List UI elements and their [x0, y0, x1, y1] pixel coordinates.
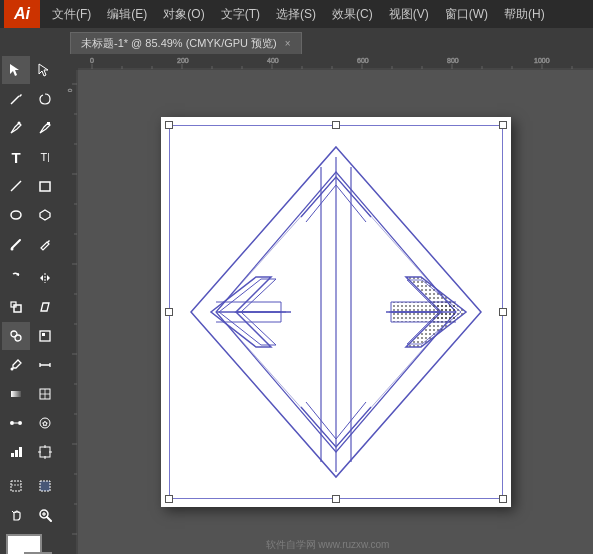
- tool-row-eyedrop: [2, 351, 60, 379]
- magic-wand-tool[interactable]: [2, 85, 30, 113]
- eyedropper-tool[interactable]: [2, 351, 30, 379]
- svg-rect-25: [11, 391, 21, 397]
- artboard[interactable]: [161, 117, 511, 507]
- slice-select-tool[interactable]: [31, 472, 59, 500]
- svg-marker-14: [47, 275, 50, 281]
- lasso-tool[interactable]: [31, 85, 59, 113]
- svg-rect-42: [11, 481, 21, 491]
- svg-marker-13: [40, 275, 43, 281]
- mesh-tool[interactable]: [31, 380, 59, 408]
- graph-tool[interactable]: [2, 438, 30, 466]
- shape-builder-tool[interactable]: [2, 322, 30, 350]
- svg-line-104: [216, 312, 336, 447]
- hand-tool[interactable]: [2, 501, 30, 529]
- svg-point-10: [11, 248, 14, 251]
- tab-label: 未标题-1* @ 85.49% (CMYK/GPU 预览): [81, 36, 277, 51]
- menu-bar: Ai 文件(F) 编辑(E) 对象(O) 文字(T) 选择(S) 效果(C) 视…: [0, 0, 593, 28]
- svg-text:200: 200: [177, 57, 189, 64]
- active-tab[interactable]: 未标题-1* @ 85.49% (CMYK/GPU 预览) ×: [70, 32, 302, 54]
- menu-edit[interactable]: 编辑(E): [99, 2, 155, 27]
- swatch-container: [6, 534, 62, 554]
- tool-row-2: [2, 85, 60, 113]
- svg-text:1000: 1000: [534, 57, 550, 64]
- svg-marker-9: [40, 210, 50, 220]
- color-section: ⇄: [2, 530, 60, 554]
- gradient-tool[interactable]: [2, 380, 30, 408]
- ruler-left: 0: [62, 54, 78, 554]
- menu-window[interactable]: 窗口(W): [437, 2, 496, 27]
- zoom-tool[interactable]: [31, 501, 59, 529]
- main-layout: T T|: [0, 54, 593, 554]
- app-logo: Ai: [4, 0, 40, 28]
- anchor-tool[interactable]: [31, 114, 59, 142]
- menu-select[interactable]: 选择(S): [268, 2, 324, 27]
- brush-tool[interactable]: [2, 230, 30, 258]
- svg-rect-75: [62, 54, 78, 554]
- tool-row-graph: [2, 438, 60, 466]
- tool-row-transform: [2, 264, 60, 292]
- svg-rect-44: [40, 481, 50, 491]
- tab-close-button[interactable]: ×: [285, 38, 291, 49]
- tool-row-1: [2, 56, 60, 84]
- svg-point-18: [15, 335, 21, 341]
- tab-bar: 未标题-1* @ 85.49% (CMYK/GPU 预览) ×: [0, 28, 593, 54]
- svg-line-6: [11, 181, 21, 191]
- pen-tool[interactable]: [2, 114, 30, 142]
- live-paint-tool[interactable]: [31, 322, 59, 350]
- line-tool[interactable]: [2, 172, 30, 200]
- svg-point-8: [11, 211, 21, 219]
- foreground-color[interactable]: [6, 534, 42, 554]
- svg-rect-34: [11, 453, 14, 457]
- svg-line-102: [216, 177, 336, 312]
- svg-point-30: [18, 421, 22, 425]
- svg-line-47: [47, 517, 51, 521]
- tool-row-slice: [2, 472, 60, 500]
- svg-rect-50: [62, 54, 593, 70]
- menu-file[interactable]: 文件(F): [44, 2, 99, 27]
- blend-tool[interactable]: [2, 409, 30, 437]
- tool-row-scale: [2, 293, 60, 321]
- svg-point-29: [10, 421, 14, 425]
- menu-text[interactable]: 文字(T): [213, 2, 268, 27]
- svg-rect-15: [14, 305, 21, 312]
- tool-row-brush: [2, 230, 60, 258]
- menu-object[interactable]: 对象(O): [155, 2, 212, 27]
- select-tool[interactable]: [2, 56, 30, 84]
- tool-row-pen: [2, 114, 60, 142]
- artwork: [161, 117, 511, 507]
- svg-line-45: [12, 511, 14, 513]
- measure-tool[interactable]: [31, 351, 59, 379]
- type-vertical-tool[interactable]: T|: [31, 143, 59, 171]
- tool-row-shapes: [2, 201, 60, 229]
- svg-rect-5: [47, 122, 50, 125]
- tool-row-type: T T|: [2, 143, 60, 171]
- svg-rect-20: [42, 333, 45, 336]
- direct-select-tool[interactable]: [31, 56, 59, 84]
- artboard-tool[interactable]: [31, 438, 59, 466]
- svg-line-101: [336, 177, 456, 312]
- scale-tool[interactable]: [2, 293, 30, 321]
- type-tool[interactable]: T: [2, 143, 30, 171]
- symbol-tool[interactable]: ✿: [31, 409, 59, 437]
- rect-tool[interactable]: [31, 172, 59, 200]
- menu-view[interactable]: 视图(V): [381, 2, 437, 27]
- menu-effect[interactable]: 效果(C): [324, 2, 381, 27]
- shear-tool[interactable]: [31, 293, 59, 321]
- svg-text:400: 400: [267, 57, 279, 64]
- tool-row-blend: ✿: [2, 409, 60, 437]
- canvas-area[interactable]: 0 200 400 600 800 1000: [62, 54, 593, 554]
- pencil-tool[interactable]: [31, 230, 59, 258]
- menu-help[interactable]: 帮助(H): [496, 2, 553, 27]
- svg-text:600: 600: [357, 57, 369, 64]
- ellipse-tool[interactable]: [2, 201, 30, 229]
- tool-row-gradient: [2, 380, 60, 408]
- svg-rect-35: [15, 450, 18, 457]
- ruler-top: 0 200 400 600 800 1000: [62, 54, 593, 70]
- svg-text:✿: ✿: [42, 420, 48, 427]
- rotate-tool[interactable]: [2, 264, 30, 292]
- reflect-tool[interactable]: [31, 264, 59, 292]
- svg-point-21: [11, 368, 14, 371]
- svg-rect-36: [19, 447, 22, 457]
- polygon-tool[interactable]: [31, 201, 59, 229]
- slice-tool[interactable]: [2, 472, 30, 500]
